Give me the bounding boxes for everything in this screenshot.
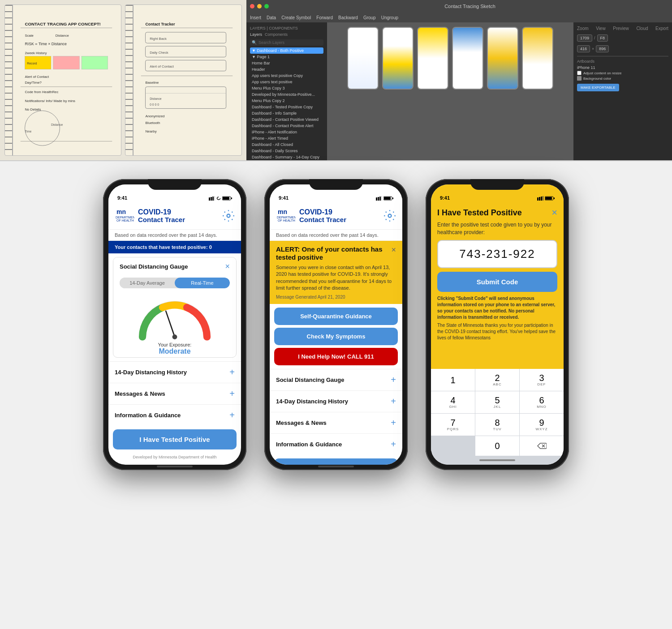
layers-tab[interactable]: Layers [250,32,262,37]
phone-1-time: 9:41 [117,195,127,201]
layer-dashboard-contact-pos-alert[interactable]: Dashboard - Contact Positive Alert [250,123,323,129]
layer-app-users-text-pos[interactable]: App users text positive [250,79,323,85]
thumb-phone-1[interactable] [347,27,379,90]
window-fullscreen-btn[interactable] [264,4,269,9]
numpad-key-0[interactable]: 0 [475,436,519,456]
make-exportable-btn[interactable]: MAKE EXPORTABLE [577,84,619,91]
phone-2-status-icons [376,196,393,201]
numpad-key-4[interactable]: 4 GHI [431,391,475,413]
phone-1-distancing-close[interactable]: × [225,262,230,271]
phone-1-history-row[interactable]: 14-Day Distancing History + [108,361,241,383]
svg-rect-51 [376,197,377,201]
phone-2-settings-icon[interactable] [383,210,396,222]
svg-text:Contact Tracker: Contact Tracker [145,22,175,26]
phone-3-home-indicator [479,459,515,461]
design-canvas [327,22,573,160]
phone-3-code-input[interactable]: 743-231-922 [437,240,557,268]
phone-2-history-plus-icon[interactable]: + [391,396,396,406]
window-minimize-btn[interactable] [257,4,262,9]
thumb-phone-3[interactable] [417,27,448,90]
layer-home-bar[interactable]: Home Bar [250,60,323,66]
phone-1-info-row[interactable]: Information & Guidance + [108,404,241,426]
numpad-key-8[interactable]: 8 TUV [475,414,519,436]
phone-1-history-plus-icon[interactable]: + [229,367,235,377]
menu-forward[interactable]: Forward [316,15,333,20]
numpad-key-1[interactable]: 1 [431,369,475,391]
layer-dashboard-contact-pos-viewed[interactable]: Dashboard - Contact Positive Viewed [250,116,323,123]
window-close-btn[interactable] [250,4,254,9]
phone-3-close-icon[interactable]: × [551,207,557,218]
layer-iphone-alert-notif[interactable]: iPhone - Alert Notification [250,129,323,135]
thumb-phone-4[interactable] [452,27,483,90]
layer-dashboard-summary-copy[interactable]: Dashboard - Summary - 14-Day Copy [250,154,323,160]
layer-menu-plus-copy2[interactable]: Menu Plus Copy 2 [250,98,323,104]
phone-2-symptoms-btn[interactable]: Check My Symptoms [274,328,398,345]
layer-app-users-test-pos-copy[interactable]: App users test positive Copy [250,73,323,79]
phone-3-code-screen: I Have Tested Positive × Enter the posit… [431,202,564,369]
layer-dashboard-all-closed[interactable]: Dashboard - All Closed [250,141,323,148]
numpad-key-7[interactable]: 7 PQRS [431,414,475,436]
layer-menu-plus-copy3[interactable]: Menu Plus Copy 3 [250,85,323,91]
thumb-phone-5[interactable] [487,27,518,90]
phone-2-bottom-bar [274,458,398,465]
phone-2-alert-title: ALERT: One of your contacts has tested p… [276,245,388,261]
layer-dashboard-info[interactable]: Dashboard - Info Sample [250,110,323,116]
bg-color-swatch[interactable] [577,76,582,81]
numpad-key-5[interactable]: 5 JKL [475,391,519,413]
layer-developed-by[interactable]: Developed by Minnesota-Positive... [250,91,323,98]
numpad-key-delete[interactable] [520,436,564,456]
phone-1-gauge-svg [134,296,215,341]
adjust-content-checkbox[interactable] [577,71,582,75]
height-input[interactable]: 896 [596,45,609,52]
search-layers-input[interactable]: Search Layers [258,40,284,45]
layer-iphone-alert-timed[interactable]: iPhone - Alert Timed [250,135,323,141]
phone-1-toggle-realtime[interactable]: Real-Time [175,278,230,288]
phone-2-messages-plus-icon[interactable]: + [391,418,396,428]
phone-2-messages-row[interactable]: Messages & News + [270,412,402,433]
phone-2-alert-close-icon[interactable]: × [391,245,396,255]
layer-page1[interactable]: ▼ Page 1 [250,54,323,60]
thumb-phone-2[interactable] [382,27,414,90]
phone-2-distancing-plus-icon[interactable]: + [391,375,396,385]
width-input[interactable]: 416 [577,45,590,52]
layer-dashboard-daily[interactable]: Dashboard - Daily Scores [250,148,323,154]
x-coord-input[interactable]: 1709 [577,34,592,42]
phone-1-messages-plus-icon[interactable]: + [229,389,235,399]
phone-2-info-row[interactable]: Information & Guidance + [270,433,402,455]
phone-2-time: 9:41 [279,195,289,201]
phone-1-settings-icon[interactable] [222,210,235,222]
menu-ungroup[interactable]: Ungroup [381,15,398,20]
phone-2-frame: 9:41 mn DEPARTMENT OF HEALTH COVID-19 Co… [264,179,408,470]
artboard-iphone11[interactable]: iPhone 11 [577,65,668,70]
sketch-container: CONTACT TRACING APP CONCEPT! Scale Dista… [0,0,246,160]
phone-2-info-plus-icon[interactable]: + [391,439,396,449]
layer-dashboard-tested-pos-copy[interactable]: Dashboard - Tested Positive Copy [250,104,323,110]
phone-2-distancing-row[interactable]: Social Distancing Gauge + [270,369,402,390]
numpad-key-3[interactable]: 3 DEF [520,369,564,391]
phone-2-history-row[interactable]: 14-Day Distancing History + [270,390,402,412]
phone-1-tested-positive-btn[interactable]: I Have Tested Positive [113,429,237,449]
menu-backward[interactable]: Backward [338,15,358,20]
menu-symbol[interactable]: Create Symbol [281,15,311,20]
menu-group[interactable]: Group [363,15,376,20]
layer-dashboard-both[interactable]: ▼ Dashboard - Both Positive [250,47,323,54]
menu-insert[interactable]: Insert [250,15,261,20]
components-tab[interactable]: Components [265,32,288,37]
design-tool: Contact Tracing Sketch Insert Data Creat… [246,0,672,160]
y-coord-input[interactable]: F8 [597,34,608,42]
svg-rect-42 [223,197,229,200]
numpad-key-9[interactable]: 9 WXYZ [520,414,564,436]
phone-3-submit-btn[interactable]: Submit Code [437,272,557,292]
thumb-phone-6[interactable] [522,27,553,90]
phone-2-emergency-btn[interactable]: I Need Help Now! CALL 911 [274,348,398,365]
numpad-key-2[interactable]: 2 ABC [475,369,519,391]
phone-1-tracer-label: Contact Tracer [138,216,222,224]
phone-1-messages-row[interactable]: Messages & News + [108,383,241,404]
phone-1-info-plus-icon[interactable]: + [229,410,235,420]
numpad-key-6[interactable]: 6 MNO [520,391,564,413]
layer-header[interactable]: Header [250,66,323,73]
phone-1-toggle-14day[interactable]: 14-Day Average [120,278,175,288]
menu-data[interactable]: Data [267,15,276,20]
phone-1-covid-label: COVID-19 [138,208,222,216]
phone-2-quarantine-btn[interactable]: Self-Quarantine Guidance [274,308,398,325]
